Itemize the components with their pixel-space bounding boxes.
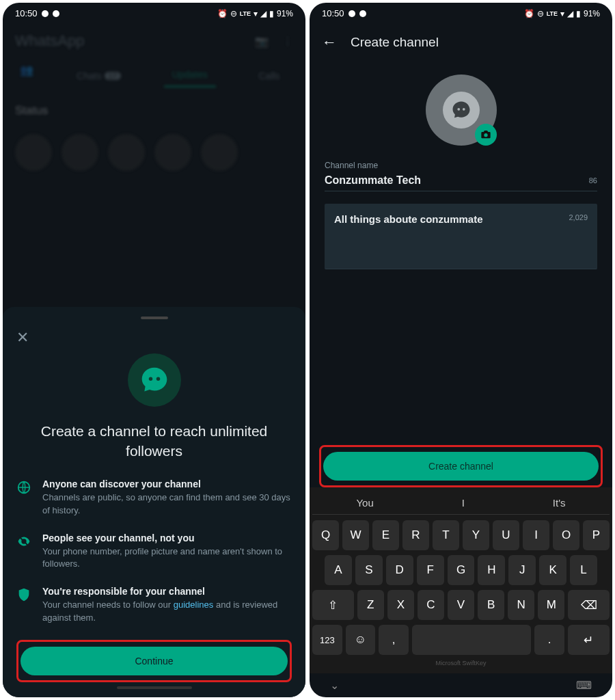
description-input[interactable]: All things aboute conzummate 2,029: [325, 204, 597, 269]
highlight-annotation: Continue: [16, 640, 292, 682]
emoji-key[interactable]: ☺: [346, 625, 376, 655]
key-l[interactable]: L: [570, 555, 597, 585]
key-o[interactable]: O: [553, 520, 579, 550]
key-h[interactable]: H: [478, 555, 505, 585]
channel-avatar[interactable]: [426, 75, 497, 146]
battery-percent: 91%: [277, 9, 293, 18]
wifi-icon: ▾: [560, 9, 564, 18]
key-j[interactable]: J: [508, 555, 536, 585]
svg-point-0: [152, 377, 155, 380]
key-z[interactable]: Z: [357, 590, 384, 620]
create-channel-button[interactable]: Create channel: [323, 452, 599, 481]
lte-icon: LTE: [240, 10, 251, 17]
tab-chats[interactable]: Chats17: [68, 64, 129, 88]
key-x[interactable]: X: [387, 590, 414, 620]
name-label: Channel name: [325, 161, 597, 170]
numbers-key[interactable]: 123: [312, 625, 342, 655]
key-t[interactable]: T: [433, 520, 459, 550]
suggestion[interactable]: It's: [553, 497, 566, 509]
continue-button[interactable]: Continue: [20, 647, 288, 675]
dnd-icon: ⊖: [230, 9, 237, 18]
key-k[interactable]: K: [539, 555, 566, 585]
status-avatar[interactable]: [154, 134, 191, 171]
status-time: 10:50: [322, 8, 344, 18]
channel-placeholder-icon: [451, 100, 472, 120]
key-g[interactable]: G: [448, 555, 475, 585]
status-avatar[interactable]: [201, 134, 238, 171]
status-avatar[interactable]: [108, 134, 145, 171]
key-s[interactable]: S: [355, 555, 383, 585]
notification-dot-icon: [359, 10, 366, 17]
alarm-icon: ⏰: [524, 9, 534, 18]
phone-right: 10:50 ⏰ ⊖ LTE ▾ ◢ ▮ 91% ← Create channel: [310, 3, 612, 697]
wifi-icon: ▾: [254, 9, 258, 18]
page-header: ← Create channel: [310, 24, 612, 61]
back-icon[interactable]: ←: [322, 33, 337, 51]
key-u[interactable]: U: [493, 520, 519, 550]
lte-icon: LTE: [547, 10, 558, 17]
signal-icon: ◢: [260, 9, 266, 18]
space-key[interactable]: [412, 625, 531, 655]
key-v[interactable]: V: [448, 590, 474, 620]
nav-down-icon[interactable]: ⌄: [330, 679, 339, 692]
tab-updates[interactable]: Updates: [164, 64, 216, 88]
tab-calls[interactable]: Calls: [251, 64, 288, 88]
sheet-handle[interactable]: [141, 317, 168, 319]
dnd-icon: ⊖: [537, 9, 544, 18]
key-y[interactable]: Y: [463, 520, 489, 550]
enter-key[interactable]: ↵: [568, 625, 610, 655]
page-title: Create channel: [351, 35, 439, 50]
key-q[interactable]: Q: [312, 520, 339, 550]
key-d[interactable]: D: [386, 555, 413, 585]
key-b[interactable]: B: [478, 590, 504, 620]
camera-icon[interactable]: 📷: [255, 35, 269, 48]
suggestion[interactable]: I: [462, 497, 465, 509]
more-icon[interactable]: ⋮: [282, 35, 293, 48]
community-icon[interactable]: 👥: [20, 64, 33, 88]
key-p[interactable]: P: [583, 520, 610, 550]
nav-bar: ⌄ ⌨: [310, 673, 612, 697]
close-icon[interactable]: ✕: [16, 329, 292, 347]
status-bar: 10:50 ⏰ ⊖ LTE ▾ ◢ ▮ 91%: [310, 3, 612, 24]
info-title: You're responsible for your channel: [42, 586, 292, 597]
battery-icon: ▮: [269, 9, 274, 18]
notification-dot-icon: [42, 10, 49, 17]
comma-key[interactable]: ,: [379, 625, 409, 655]
phone-left: 10:50 ⏰ ⊖ LTE ▾ ◢ ▮ 91% WhatsApp 📷 ⋮ 👥 C…: [3, 3, 305, 697]
name-char-count: 86: [589, 176, 597, 185]
key-w[interactable]: W: [342, 520, 369, 550]
bottom-sheet: ✕ Create a channel to reach unlimited fo…: [3, 307, 305, 697]
key-f[interactable]: F: [417, 555, 444, 585]
backspace-key[interactable]: ⌫: [568, 590, 610, 620]
camera-badge-icon[interactable]: [475, 124, 497, 146]
key-m[interactable]: M: [538, 590, 564, 620]
description-value: All things aboute conzummate: [334, 213, 483, 225]
keyboard-switch-icon[interactable]: ⌨: [576, 679, 592, 692]
suggestion[interactable]: You: [356, 497, 373, 509]
keyboard-brand: Microsoft SwiftKey: [312, 660, 610, 667]
keyboard: You I It's QWERTYUIOP ASDFGHJKL ⇧ ZXCVBN…: [310, 487, 612, 673]
shield-icon: [16, 587, 31, 602]
highlight-annotation: Create channel: [319, 445, 603, 487]
channel-name-input[interactable]: Conzummate Tech: [325, 174, 421, 187]
sheet-title: Create a channel to reach unlimited foll…: [16, 422, 292, 461]
key-c[interactable]: C: [418, 590, 444, 620]
key-i[interactable]: I: [523, 520, 549, 550]
info-body: Channels are public, so anyone can find …: [42, 492, 292, 517]
info-title: Anyone can discover your channel: [42, 479, 292, 489]
key-e[interactable]: E: [372, 520, 399, 550]
status-avatar[interactable]: [62, 134, 98, 171]
signal-icon: ◢: [567, 9, 573, 18]
info-body: Your phone number, profile picture and n…: [42, 546, 292, 571]
status-time: 10:50: [15, 8, 38, 18]
key-a[interactable]: A: [325, 555, 352, 585]
home-indicator[interactable]: [117, 686, 192, 689]
channel-icon: [128, 353, 181, 407]
key-n[interactable]: N: [508, 590, 534, 620]
status-avatar[interactable]: [15, 134, 52, 171]
key-r[interactable]: R: [402, 520, 429, 550]
guidelines-link[interactable]: guidelines: [174, 600, 214, 610]
info-title: People see your channel, not you: [42, 533, 292, 543]
shift-key[interactable]: ⇧: [312, 590, 354, 620]
period-key[interactable]: .: [534, 625, 564, 655]
